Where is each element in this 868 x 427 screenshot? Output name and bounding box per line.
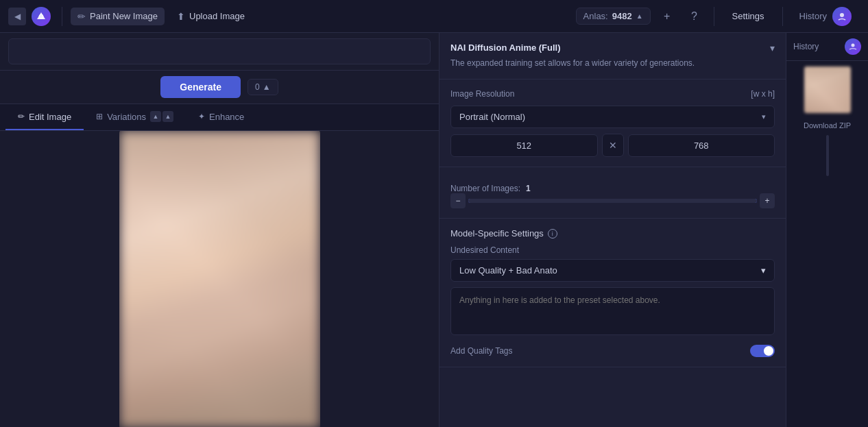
generate-row: Generate 0 ▲ <box>0 71 439 104</box>
width-input[interactable] <box>450 134 598 157</box>
user-avatar <box>832 7 852 26</box>
images-count-row: Number of Images: 1 <box>450 184 775 193</box>
tab-enhance[interactable]: ✦ Enhance <box>186 105 256 130</box>
info-symbol: i <box>552 230 553 237</box>
enhance-tab-label: Enhance <box>209 112 244 122</box>
undesired-chevron-icon: ▾ <box>761 265 766 276</box>
model-title: NAI Diffusion Anime (Full) <box>450 42 775 53</box>
portrait-preset-select[interactable]: Portrait (Normal) ▾ <box>450 106 775 128</box>
resolution-label: Image Resolution <box>450 89 514 99</box>
model-description: The expanded training set allows for a w… <box>450 57 775 69</box>
add-button[interactable]: + <box>656 5 678 27</box>
download-zip-button[interactable]: Download ZIP <box>786 119 868 132</box>
pencil-icon: ✏ <box>18 112 25 121</box>
images-count-label: Number of Images: <box>450 184 520 193</box>
svg-point-3 <box>852 44 855 47</box>
cost-value: 0 <box>255 82 260 92</box>
undesired-preset-label: Low Quality + Bad Anato <box>459 265 557 276</box>
images-count-section: Number of Images: 1 − + <box>439 167 786 219</box>
right-panel: NAI Diffusion Anime (Full) The expanded … <box>439 33 786 427</box>
count-slider-track <box>468 199 757 203</box>
settings-button[interactable]: Settings <box>723 8 774 25</box>
settings-label: Settings <box>732 11 764 21</box>
main-image <box>119 131 320 427</box>
toggle-knob <box>764 346 773 356</box>
prompt-input[interactable] <box>8 38 431 64</box>
history-panel: History Download ZIP <box>786 33 868 427</box>
anlas-label: Anlas: <box>583 11 608 21</box>
tabs-row: ✏ Edit Image ⊞ Variations ▲ ▲ ✦ Enhance <box>0 104 439 131</box>
upload-image-label: Upload Image <box>189 11 245 21</box>
add-quality-tags-label: Add Quality Tags <box>450 346 513 356</box>
generate-button[interactable]: Generate <box>160 76 241 98</box>
anlas-icon: ▲ <box>636 12 643 20</box>
anlas-value: 9482 <box>612 11 632 21</box>
info-icon[interactable]: i <box>548 229 557 239</box>
cost-badge: 0 ▲ <box>248 79 278 95</box>
paint-brush-icon: ✏ <box>77 11 86 22</box>
history-section: History <box>791 7 860 26</box>
history-scrollbar[interactable] <box>826 135 829 176</box>
anlas-display: Anlas: 9482 ▲ <box>576 8 651 25</box>
count-slider[interactable] <box>468 199 757 203</box>
resolution-label-row: Image Resolution [w x h] <box>450 89 775 99</box>
paint-new-image-label: Paint New Image <box>90 11 158 21</box>
svg-point-2 <box>840 13 844 17</box>
thumbnail-image <box>804 66 851 113</box>
question-icon: ? <box>691 10 697 23</box>
history-label: History <box>799 11 827 21</box>
count-minus-button[interactable]: − <box>450 193 466 208</box>
history-title: History <box>793 42 819 51</box>
height-input[interactable] <box>628 134 775 157</box>
images-count-value: 1 <box>526 184 531 193</box>
dimension-row: ✕ <box>450 134 775 157</box>
image-placeholder <box>119 131 320 427</box>
main-layout: Generate 0 ▲ ✏ Edit Image ⊞ Variations ▲… <box>0 33 868 427</box>
count-slider-container: − + <box>450 193 775 208</box>
model-info-card: NAI Diffusion Anime (Full) The expanded … <box>439 33 786 80</box>
image-resolution-section: Image Resolution [w x h] Portrait (Norma… <box>439 80 786 167</box>
dimension-format-label: [w x h] <box>751 89 775 99</box>
back-button[interactable]: ◀ <box>8 8 26 25</box>
nav-divider <box>62 7 62 26</box>
generate-label: Generate <box>180 82 221 93</box>
undesired-content-label: Undesired Content <box>450 245 775 255</box>
undesired-content-textarea[interactable] <box>450 287 775 335</box>
back-icon: ◀ <box>14 12 21 21</box>
image-area <box>0 131 439 427</box>
help-button[interactable]: ? <box>684 5 706 27</box>
undesired-content-select[interactable]: Low Quality + Bad Anato ▾ <box>450 259 775 282</box>
portrait-preset-label: Portrait (Normal) <box>459 112 525 122</box>
edit-image-tab-label: Edit Image <box>29 112 71 122</box>
prompt-bar <box>0 33 439 71</box>
app-logo <box>32 7 51 26</box>
count-plus-button[interactable]: + <box>760 193 775 208</box>
chevron-down-icon: ▾ <box>762 112 766 121</box>
tab-edit-image[interactable]: ✏ Edit Image <box>5 105 84 130</box>
ms-title-row: Model-Specific Settings i <box>450 228 775 239</box>
history-header: History <box>786 33 868 61</box>
paint-new-image-button[interactable]: ✏ Paint New Image <box>71 8 165 25</box>
add-quality-tags-row: Add Quality Tags <box>450 345 775 357</box>
model-expand-button[interactable]: ▾ <box>770 42 775 53</box>
sparkle-icon: ✦ <box>198 112 205 121</box>
dimension-cross-icon: ✕ <box>602 134 624 157</box>
variations-badges: ▲ ▲ <box>150 111 173 122</box>
cost-arrow-icon: ▲ <box>263 82 271 92</box>
left-panel: Generate 0 ▲ ✏ Edit Image ⊞ Variations ▲… <box>0 33 439 427</box>
variation-badge-1: ▲ <box>150 111 161 122</box>
expand-icon: ▾ <box>770 42 775 53</box>
image-overlay <box>119 131 320 427</box>
nav-divider-3 <box>782 7 783 26</box>
upload-icon: ⬆ <box>177 11 185 22</box>
grid-icon: ⊞ <box>96 112 103 121</box>
plus-icon: + <box>664 10 670 23</box>
variation-badge-2: ▲ <box>162 111 173 122</box>
top-navigation: ◀ ✏ Paint New Image ⬆ Upload Image Anlas… <box>0 0 868 33</box>
add-quality-tags-toggle[interactable] <box>750 345 775 357</box>
upload-image-button[interactable]: ⬆ Upload Image <box>170 8 252 25</box>
history-thumbnail[interactable] <box>804 66 851 113</box>
tab-variations[interactable]: ⊞ Variations ▲ ▲ <box>84 104 186 130</box>
model-specific-title: Model-Specific Settings <box>450 228 544 239</box>
model-specific-section: Model-Specific Settings i Undesired Cont… <box>439 219 786 367</box>
